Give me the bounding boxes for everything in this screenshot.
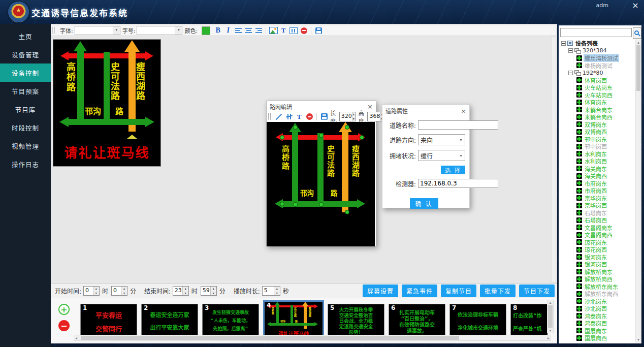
road-node-handle[interactable] bbox=[293, 202, 298, 207]
device-search-input[interactable] bbox=[560, 28, 632, 37]
tree-row[interactable]: 国展岗西 bbox=[560, 334, 635, 342]
align-left-button[interactable] bbox=[233, 26, 243, 35]
tree-row[interactable]: 京华岗西 bbox=[560, 202, 635, 209]
playlist-vertical-scrollbar[interactable]: ▴ ▾ bbox=[547, 300, 554, 333]
tree-row[interactable]: 石塔岗东 bbox=[560, 209, 635, 217]
sidebar-item[interactable]: 节目库 bbox=[0, 100, 51, 118]
tree-row[interactable]: 银河岗东 bbox=[560, 254, 635, 261]
road-node-handle[interactable] bbox=[360, 135, 364, 140]
spinner-up-icon[interactable]: ▴ bbox=[274, 287, 280, 291]
tree-row[interactable]: 水利岗西 bbox=[560, 157, 635, 165]
insert-text-button[interactable]: T bbox=[278, 26, 288, 35]
font-size-select[interactable]: ▾ bbox=[137, 26, 182, 35]
bold-button[interactable]: B bbox=[213, 26, 223, 35]
tree-row[interactable]: 鸿泰岗西 bbox=[560, 320, 635, 327]
tree-row[interactable]: 火车站岗东 bbox=[560, 84, 635, 91]
tree-row[interactable]: 来鹤台岗西 bbox=[560, 113, 635, 121]
tree-row[interactable]: 市府岗东 bbox=[560, 180, 635, 187]
action-button[interactable]: 屏幕设置 bbox=[363, 285, 398, 297]
tree-row[interactable]: 海关岗西 bbox=[560, 172, 635, 180]
tree-row[interactable]: 解放桥东岗东 bbox=[560, 283, 635, 291]
scroll-up-icon[interactable]: ▴ bbox=[549, 300, 551, 305]
chevron-down-icon[interactable]: ▾ bbox=[457, 138, 465, 142]
spinner-up-icon[interactable]: ▴ bbox=[121, 287, 127, 291]
tree-row[interactable]: 市府岗西 bbox=[560, 187, 635, 195]
spinner-up-icon[interactable]: ▴ bbox=[352, 112, 355, 117]
select-detector-button[interactable]: 选 择 bbox=[441, 166, 465, 174]
tree-expander-icon[interactable] bbox=[561, 41, 566, 46]
tree-row[interactable]: 鸿泰岗东 bbox=[560, 312, 635, 320]
tree-row[interactable]: 琼花岗西 bbox=[560, 246, 635, 254]
scrollbar-thumb[interactable] bbox=[548, 305, 553, 328]
road-node-handle[interactable] bbox=[280, 202, 284, 206]
scroll-down-icon[interactable]: ▾ bbox=[549, 328, 551, 333]
program-thumbnail[interactable]: 8 打击改装“炸 严查严处“机 bbox=[510, 304, 548, 336]
delete-button[interactable] bbox=[304, 112, 314, 121]
tree-row[interactable]: 邗中岗东 bbox=[560, 136, 635, 143]
sidebar-item[interactable]: 设备管理 bbox=[0, 45, 51, 64]
tree-row[interactable]: 解放桥岗西 bbox=[560, 275, 635, 283]
tree-row[interactable]: 双博岗西 bbox=[560, 128, 635, 136]
program-thumbnail[interactable]: 5 大力开展秋冬季 交通安全整治百 日会战，全力稳 定道路交通安全 形势！ bbox=[328, 304, 384, 336]
scroll-up-icon[interactable]: ▴ bbox=[637, 40, 639, 45]
tree-row[interactable]: 解放桥岗东 bbox=[560, 268, 635, 276]
spinner-up-icon[interactable]: ▴ bbox=[93, 287, 99, 291]
end-minute-spinner[interactable]: 59 ▴▾ bbox=[201, 286, 217, 296]
congestion-select[interactable]: 缓行 ▾ bbox=[418, 150, 465, 161]
spinner-down-icon[interactable]: ▾ bbox=[274, 291, 280, 295]
sidebar-item[interactable]: 视频管理 bbox=[0, 137, 51, 155]
add-node-button[interactable] bbox=[284, 112, 294, 121]
action-button[interactable]: 紧急事件 bbox=[402, 285, 437, 297]
sidebar-item[interactable]: 设备控制 bbox=[0, 64, 51, 82]
sidebar-item[interactable]: 节目预案 bbox=[0, 82, 51, 100]
tree-row[interactable]: 国展岗东 bbox=[560, 327, 635, 335]
spinner-down-icon[interactable]: ▾ bbox=[352, 117, 355, 121]
tree-row[interactable]: 海关岗东 bbox=[560, 165, 635, 173]
align-center-button[interactable] bbox=[243, 26, 253, 35]
road-direction-select[interactable]: 来向 ▾ bbox=[418, 134, 465, 145]
spinner-down-icon[interactable]: ▾ bbox=[121, 291, 127, 295]
tree-row[interactable]: 来鹤台岗东 bbox=[560, 106, 635, 114]
tree-row[interactable]: 水利岗东 bbox=[560, 150, 635, 158]
search-button[interactable] bbox=[633, 27, 641, 39]
tree-expander-icon[interactable] bbox=[568, 71, 573, 75]
tree-row[interactable]: 琼花岗东 bbox=[560, 239, 635, 246]
tree-row[interactable]: 邗中岗西 bbox=[560, 143, 635, 150]
height-spinner[interactable]: 368 ▴▾ bbox=[367, 112, 383, 121]
action-button[interactable]: 批量下发 bbox=[480, 285, 516, 297]
road-node-handle[interactable] bbox=[345, 210, 349, 214]
road-node-handle[interactable] bbox=[319, 202, 324, 207]
start-minute-spinner[interactable]: 0 ▴▾ bbox=[111, 286, 127, 296]
scroll-left-icon[interactable]: ◂ bbox=[75, 336, 77, 341]
program-thumbnail[interactable]: 7 依法治理非标车辆 净化城市交通环境 bbox=[449, 304, 506, 336]
tree-row[interactable]: 设备列表 bbox=[560, 40, 635, 47]
length-spinner[interactable]: 320 ▴▾ bbox=[339, 112, 356, 121]
action-button[interactable]: 复制节目 bbox=[441, 285, 476, 297]
dialog-close-button[interactable]: × bbox=[367, 103, 373, 110]
draw-line-button[interactable] bbox=[274, 112, 284, 121]
dialog-close-button[interactable]: × bbox=[461, 107, 466, 115]
action-button[interactable]: 节目下发 bbox=[519, 285, 555, 297]
road-node-handle[interactable] bbox=[293, 125, 298, 130]
detector-input[interactable] bbox=[418, 179, 498, 188]
italic-button[interactable]: I bbox=[223, 26, 233, 35]
duration-spinner[interactable]: 5 ▴▾ bbox=[262, 286, 280, 296]
road-name-input[interactable] bbox=[418, 120, 498, 130]
road-node-handle[interactable] bbox=[319, 133, 324, 138]
tree-row[interactable]: 体育岗西 bbox=[560, 77, 635, 84]
spinner-down-icon[interactable]: ▾ bbox=[93, 291, 99, 295]
delete-button[interactable] bbox=[299, 26, 309, 35]
tree-expander-icon[interactable] bbox=[568, 48, 573, 53]
window-close-button[interactable]: × bbox=[631, 1, 640, 10]
tree-row[interactable]: 320*384 bbox=[560, 47, 635, 55]
insert-image-button[interactable] bbox=[268, 26, 278, 35]
tree-row[interactable]: 解放桥东岗西 bbox=[560, 290, 635, 298]
road-node-handle[interactable] bbox=[280, 135, 284, 140]
add-text-button[interactable]: T bbox=[294, 112, 304, 121]
spinner-up-icon[interactable]: ▴ bbox=[183, 287, 188, 291]
sidebar-item[interactable]: 操作日志 bbox=[0, 155, 51, 173]
road-network-button[interactable] bbox=[288, 26, 299, 35]
font-select[interactable]: ▾ bbox=[75, 26, 120, 35]
start-hour-spinner[interactable]: 0 ▴▾ bbox=[83, 286, 100, 296]
tree-row[interactable]: 螺丝湾桥测试 bbox=[560, 54, 635, 62]
